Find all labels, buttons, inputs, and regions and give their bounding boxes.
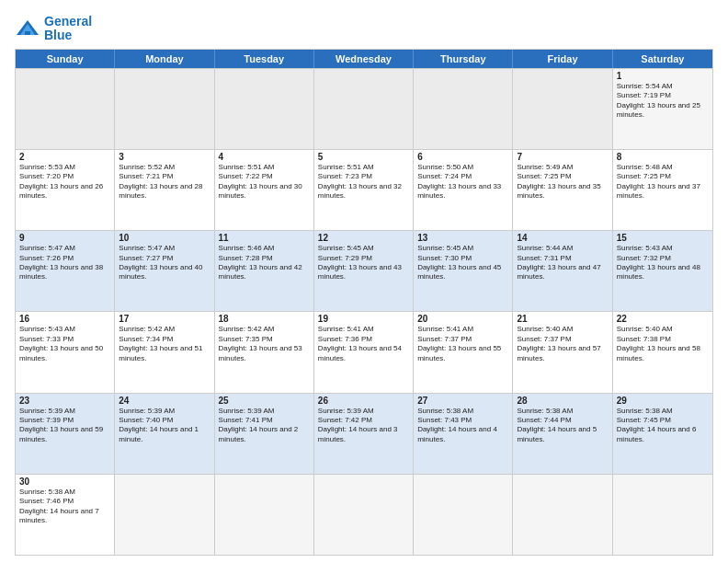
day-number: 21 (517, 314, 608, 324)
cal-cell (513, 69, 612, 149)
header-day-monday: Monday (115, 50, 214, 68)
cal-cell (215, 475, 314, 555)
calendar-row-1: 2Sunrise: 5:53 AMSunset: 7:20 PMDaylight… (16, 149, 712, 230)
day-number: 23 (19, 396, 110, 406)
day-number: 19 (318, 314, 409, 324)
day-number: 5 (318, 152, 409, 162)
cell-details: Sunrise: 5:39 AMSunset: 7:40 PMDaylight:… (119, 407, 210, 445)
day-number: 29 (617, 396, 709, 406)
header-day-saturday: Saturday (613, 50, 712, 68)
cal-cell: 23Sunrise: 5:39 AMSunset: 7:39 PMDayligh… (16, 394, 115, 474)
cal-cell: 11Sunrise: 5:46 AMSunset: 7:28 PMDayligh… (215, 231, 314, 311)
cell-details: Sunrise: 5:38 AMSunset: 7:45 PMDaylight:… (617, 407, 709, 445)
header-day-thursday: Thursday (414, 50, 513, 68)
header-day-friday: Friday (513, 50, 612, 68)
cal-cell: 15Sunrise: 5:43 AMSunset: 7:32 PMDayligh… (613, 231, 712, 311)
cell-details: Sunrise: 5:48 AMSunset: 7:25 PMDaylight:… (617, 163, 709, 201)
cell-details: Sunrise: 5:43 AMSunset: 7:32 PMDaylight:… (617, 244, 709, 282)
cal-cell (115, 69, 214, 149)
day-number: 3 (119, 152, 210, 162)
svg-rect-2 (25, 31, 30, 35)
cal-cell: 19Sunrise: 5:41 AMSunset: 7:36 PMDayligh… (314, 312, 414, 392)
cell-details: Sunrise: 5:39 AMSunset: 7:41 PMDaylight:… (219, 407, 310, 445)
day-number: 10 (119, 233, 210, 243)
calendar: SundayMondayTuesdayWednesdayThursdayFrid… (15, 49, 713, 556)
day-number: 9 (19, 233, 110, 243)
cell-details: Sunrise: 5:47 AMSunset: 7:26 PMDaylight:… (19, 244, 110, 282)
day-number: 24 (119, 396, 210, 406)
cal-cell (115, 475, 214, 555)
cal-cell: 28Sunrise: 5:38 AMSunset: 7:44 PMDayligh… (513, 394, 612, 474)
cal-cell: 8Sunrise: 5:48 AMSunset: 7:25 PMDaylight… (613, 150, 712, 230)
cell-details: Sunrise: 5:52 AMSunset: 7:21 PMDaylight:… (119, 163, 210, 201)
cell-details: Sunrise: 5:49 AMSunset: 7:25 PMDaylight:… (517, 163, 608, 201)
cell-details: Sunrise: 5:46 AMSunset: 7:28 PMDaylight:… (219, 244, 310, 282)
cell-details: Sunrise: 5:39 AMSunset: 7:39 PMDaylight:… (19, 407, 110, 445)
cell-details: Sunrise: 5:38 AMSunset: 7:44 PMDaylight:… (517, 407, 608, 445)
cal-cell: 24Sunrise: 5:39 AMSunset: 7:40 PMDayligh… (115, 394, 214, 474)
day-number: 28 (517, 396, 608, 406)
cal-cell (513, 475, 612, 555)
cal-cell: 2Sunrise: 5:53 AMSunset: 7:20 PMDaylight… (16, 150, 115, 230)
cell-details: Sunrise: 5:38 AMSunset: 7:46 PMDaylight:… (19, 488, 110, 526)
cell-details: Sunrise: 5:42 AMSunset: 7:35 PMDaylight:… (219, 325, 310, 363)
cell-details: Sunrise: 5:41 AMSunset: 7:36 PMDaylight:… (318, 325, 409, 363)
day-number: 27 (417, 396, 508, 406)
logo-icon (15, 18, 40, 39)
page: General Blue SundayMondayTuesdayWednesda… (0, 0, 728, 563)
cal-cell: 26Sunrise: 5:39 AMSunset: 7:42 PMDayligh… (314, 394, 414, 474)
cell-details: Sunrise: 5:40 AMSunset: 7:38 PMDaylight:… (617, 325, 709, 363)
cal-cell: 16Sunrise: 5:43 AMSunset: 7:33 PMDayligh… (16, 312, 115, 392)
day-number: 16 (19, 314, 110, 324)
calendar-row-0: 1Sunrise: 5:54 AMSunset: 7:19 PMDaylight… (16, 68, 712, 149)
cal-cell (414, 69, 513, 149)
header-day-wednesday: Wednesday (314, 50, 414, 68)
cal-cell: 9Sunrise: 5:47 AMSunset: 7:26 PMDaylight… (16, 231, 115, 311)
cell-details: Sunrise: 5:38 AMSunset: 7:43 PMDaylight:… (417, 407, 508, 445)
cal-cell (215, 69, 314, 149)
cal-cell: 6Sunrise: 5:50 AMSunset: 7:24 PMDaylight… (414, 150, 513, 230)
cal-cell: 4Sunrise: 5:51 AMSunset: 7:22 PMDaylight… (215, 150, 314, 230)
day-number: 8 (617, 152, 709, 162)
day-number: 17 (119, 314, 210, 324)
logo-text: General Blue (44, 15, 92, 43)
cal-cell: 27Sunrise: 5:38 AMSunset: 7:43 PMDayligh… (414, 394, 513, 474)
header-day-tuesday: Tuesday (215, 50, 314, 68)
cal-cell: 22Sunrise: 5:40 AMSunset: 7:38 PMDayligh… (613, 312, 712, 392)
cell-details: Sunrise: 5:47 AMSunset: 7:27 PMDaylight:… (119, 244, 210, 282)
cell-details: Sunrise: 5:39 AMSunset: 7:42 PMDaylight:… (318, 407, 409, 445)
cal-cell: 20Sunrise: 5:41 AMSunset: 7:37 PMDayligh… (414, 312, 513, 392)
cal-cell (16, 69, 115, 149)
day-number: 26 (318, 396, 409, 406)
cell-details: Sunrise: 5:40 AMSunset: 7:37 PMDaylight:… (517, 325, 608, 363)
calendar-row-5: 30Sunrise: 5:38 AMSunset: 7:46 PMDayligh… (16, 474, 712, 555)
cal-cell: 12Sunrise: 5:45 AMSunset: 7:29 PMDayligh… (314, 231, 414, 311)
day-number: 2 (19, 152, 110, 162)
logo: General Blue (15, 15, 92, 43)
logo-general: General (44, 14, 92, 29)
cal-cell: 10Sunrise: 5:47 AMSunset: 7:27 PMDayligh… (115, 231, 214, 311)
cell-details: Sunrise: 5:45 AMSunset: 7:30 PMDaylight:… (417, 244, 508, 282)
calendar-body: 1Sunrise: 5:54 AMSunset: 7:19 PMDaylight… (16, 68, 712, 555)
cal-cell: 1Sunrise: 5:54 AMSunset: 7:19 PMDaylight… (613, 69, 712, 149)
day-number: 12 (318, 233, 409, 243)
day-number: 25 (219, 396, 310, 406)
cell-details: Sunrise: 5:42 AMSunset: 7:34 PMDaylight:… (119, 325, 210, 363)
cal-cell: 30Sunrise: 5:38 AMSunset: 7:46 PMDayligh… (16, 475, 115, 555)
calendar-row-3: 16Sunrise: 5:43 AMSunset: 7:33 PMDayligh… (16, 311, 712, 392)
day-number: 6 (417, 152, 508, 162)
day-number: 14 (517, 233, 608, 243)
cell-details: Sunrise: 5:41 AMSunset: 7:37 PMDaylight:… (417, 325, 508, 363)
cal-cell (414, 475, 513, 555)
cal-cell: 21Sunrise: 5:40 AMSunset: 7:37 PMDayligh… (513, 312, 612, 392)
day-number: 18 (219, 314, 310, 324)
cal-cell: 14Sunrise: 5:44 AMSunset: 7:31 PMDayligh… (513, 231, 612, 311)
cell-details: Sunrise: 5:53 AMSunset: 7:20 PMDaylight:… (19, 163, 110, 201)
cell-details: Sunrise: 5:45 AMSunset: 7:29 PMDaylight:… (318, 244, 409, 282)
day-number: 15 (617, 233, 709, 243)
cell-details: Sunrise: 5:51 AMSunset: 7:23 PMDaylight:… (318, 163, 409, 201)
cal-cell: 25Sunrise: 5:39 AMSunset: 7:41 PMDayligh… (215, 394, 314, 474)
cell-details: Sunrise: 5:44 AMSunset: 7:31 PMDaylight:… (517, 244, 608, 282)
day-number: 7 (517, 152, 608, 162)
cell-details: Sunrise: 5:43 AMSunset: 7:33 PMDaylight:… (19, 325, 110, 363)
